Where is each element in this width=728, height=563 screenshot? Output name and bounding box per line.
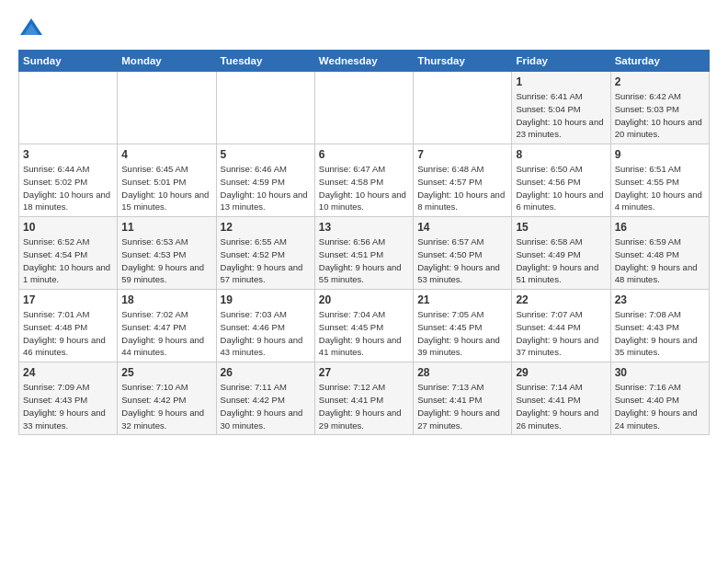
day-number: 1 [516, 75, 606, 88]
day-info: Sunrise: 7:12 AM Sunset: 4:41 PM Dayligh… [319, 381, 409, 431]
day-info: Sunrise: 6:42 AM Sunset: 5:03 PM Dayligh… [615, 90, 705, 141]
day-info: Sunrise: 7:03 AM Sunset: 4:46 PM Dayligh… [221, 308, 311, 359]
day-number: 11 [121, 221, 211, 234]
calendar-cell: 26Sunrise: 7:11 AM Sunset: 4:42 PM Dayli… [216, 362, 314, 435]
header [18, 15, 710, 40]
day-info: Sunrise: 6:45 AM Sunset: 5:01 PM Dayligh… [121, 163, 211, 213]
day-info: Sunrise: 6:55 AM Sunset: 4:52 PM Dayligh… [221, 236, 311, 286]
day-info: Sunrise: 7:02 AM Sunset: 4:47 PM Dayligh… [121, 308, 211, 359]
calendar-week-4: 17Sunrise: 7:01 AM Sunset: 4:48 PM Dayli… [19, 290, 710, 362]
day-info: Sunrise: 6:52 AM Sunset: 4:54 PM Dayligh… [23, 236, 113, 286]
day-number: 19 [221, 293, 311, 306]
day-info: Sunrise: 7:05 AM Sunset: 4:45 PM Dayligh… [417, 308, 507, 359]
calendar-cell: 21Sunrise: 7:05 AM Sunset: 4:45 PM Dayli… [414, 290, 512, 362]
day-info: Sunrise: 7:04 AM Sunset: 4:45 PM Dayligh… [319, 308, 409, 359]
calendar-cell [414, 72, 512, 144]
day-number: 23 [615, 293, 705, 306]
calendar-cell [118, 72, 216, 144]
day-number: 15 [516, 221, 606, 234]
day-info: Sunrise: 6:59 AM Sunset: 4:48 PM Dayligh… [615, 236, 705, 286]
day-number: 4 [121, 148, 211, 161]
day-info: Sunrise: 7:13 AM Sunset: 4:41 PM Dayligh… [417, 381, 507, 431]
calendar-table: SundayMondayTuesdayWednesdayThursdayFrid… [18, 50, 710, 435]
day-number: 6 [319, 148, 409, 161]
day-number: 2 [615, 75, 705, 88]
col-header-thursday: Thursday [414, 51, 512, 72]
day-number: 21 [417, 293, 507, 306]
day-number: 3 [23, 148, 113, 161]
calendar-cell [314, 72, 413, 144]
day-info: Sunrise: 7:08 AM Sunset: 4:43 PM Dayligh… [615, 308, 705, 359]
day-info: Sunrise: 6:53 AM Sunset: 4:53 PM Dayligh… [121, 236, 211, 286]
calendar-cell: 7Sunrise: 6:48 AM Sunset: 4:57 PM Daylig… [414, 144, 512, 217]
calendar-cell: 19Sunrise: 7:03 AM Sunset: 4:46 PM Dayli… [216, 290, 314, 362]
day-info: Sunrise: 6:44 AM Sunset: 5:02 PM Dayligh… [23, 163, 113, 213]
day-info: Sunrise: 7:14 AM Sunset: 4:41 PM Dayligh… [516, 381, 606, 431]
calendar-cell: 29Sunrise: 7:14 AM Sunset: 4:41 PM Dayli… [512, 362, 610, 435]
day-number: 12 [221, 221, 311, 234]
day-info: Sunrise: 6:47 AM Sunset: 4:58 PM Dayligh… [319, 163, 409, 213]
calendar-cell: 14Sunrise: 6:57 AM Sunset: 4:50 PM Dayli… [414, 217, 512, 290]
page: SundayMondayTuesdayWednesdayThursdayFrid… [0, 0, 728, 444]
day-number: 14 [417, 221, 507, 234]
day-info: Sunrise: 7:16 AM Sunset: 4:40 PM Dayligh… [615, 381, 705, 431]
calendar-cell: 22Sunrise: 7:07 AM Sunset: 4:44 PM Dayli… [512, 290, 610, 362]
calendar-cell: 8Sunrise: 6:50 AM Sunset: 4:56 PM Daylig… [512, 144, 610, 217]
day-number: 22 [516, 293, 606, 306]
day-info: Sunrise: 7:11 AM Sunset: 4:42 PM Dayligh… [221, 381, 311, 431]
calendar-cell: 28Sunrise: 7:13 AM Sunset: 4:41 PM Dayli… [414, 362, 512, 435]
calendar-week-2: 3Sunrise: 6:44 AM Sunset: 5:02 PM Daylig… [19, 144, 710, 217]
calendar-cell: 25Sunrise: 7:10 AM Sunset: 4:42 PM Dayli… [118, 362, 216, 435]
col-header-wednesday: Wednesday [314, 51, 413, 72]
calendar-cell: 18Sunrise: 7:02 AM Sunset: 4:47 PM Dayli… [118, 290, 216, 362]
calendar-cell: 15Sunrise: 6:58 AM Sunset: 4:49 PM Dayli… [512, 217, 610, 290]
calendar-cell [216, 72, 314, 144]
calendar-cell: 17Sunrise: 7:01 AM Sunset: 4:48 PM Dayli… [19, 290, 118, 362]
calendar-cell: 30Sunrise: 7:16 AM Sunset: 4:40 PM Dayli… [610, 362, 709, 435]
day-number: 28 [417, 366, 507, 379]
calendar-header-row: SundayMondayTuesdayWednesdayThursdayFrid… [19, 51, 710, 72]
day-info: Sunrise: 6:46 AM Sunset: 4:59 PM Dayligh… [221, 163, 311, 213]
day-info: Sunrise: 6:57 AM Sunset: 4:50 PM Dayligh… [417, 236, 507, 286]
day-number: 9 [615, 148, 705, 161]
day-number: 24 [23, 366, 113, 379]
day-number: 18 [121, 293, 211, 306]
day-number: 5 [221, 148, 311, 161]
calendar-cell: 6Sunrise: 6:47 AM Sunset: 4:58 PM Daylig… [314, 144, 413, 217]
calendar-cell: 11Sunrise: 6:53 AM Sunset: 4:53 PM Dayli… [118, 217, 216, 290]
calendar-cell: 9Sunrise: 6:51 AM Sunset: 4:55 PM Daylig… [610, 144, 709, 217]
calendar-cell: 5Sunrise: 6:46 AM Sunset: 4:59 PM Daylig… [216, 144, 314, 217]
day-info: Sunrise: 6:50 AM Sunset: 4:56 PM Dayligh… [516, 163, 606, 213]
day-number: 30 [615, 366, 705, 379]
calendar-cell: 20Sunrise: 7:04 AM Sunset: 4:45 PM Dayli… [314, 290, 413, 362]
logo [18, 15, 48, 40]
calendar-week-1: 1Sunrise: 6:41 AM Sunset: 5:04 PM Daylig… [19, 72, 710, 144]
day-number: 27 [319, 366, 409, 379]
day-number: 8 [516, 148, 606, 161]
col-header-tuesday: Tuesday [216, 51, 314, 72]
calendar-cell: 2Sunrise: 6:42 AM Sunset: 5:03 PM Daylig… [610, 72, 709, 144]
calendar-cell: 10Sunrise: 6:52 AM Sunset: 4:54 PM Dayli… [19, 217, 118, 290]
col-header-friday: Friday [512, 51, 610, 72]
day-number: 20 [319, 293, 409, 306]
calendar-cell: 1Sunrise: 6:41 AM Sunset: 5:04 PM Daylig… [512, 72, 610, 144]
day-info: Sunrise: 6:48 AM Sunset: 4:57 PM Dayligh… [417, 163, 507, 213]
day-number: 7 [417, 148, 507, 161]
day-number: 25 [121, 366, 211, 379]
col-header-sunday: Sunday [19, 51, 118, 72]
day-info: Sunrise: 7:10 AM Sunset: 4:42 PM Dayligh… [121, 381, 211, 431]
day-number: 16 [615, 221, 705, 234]
day-info: Sunrise: 7:07 AM Sunset: 4:44 PM Dayligh… [516, 308, 606, 359]
calendar-cell: 23Sunrise: 7:08 AM Sunset: 4:43 PM Dayli… [610, 290, 709, 362]
day-info: Sunrise: 6:41 AM Sunset: 5:04 PM Dayligh… [516, 90, 606, 141]
day-info: Sunrise: 6:58 AM Sunset: 4:49 PM Dayligh… [516, 236, 606, 286]
day-number: 26 [221, 366, 311, 379]
day-number: 17 [23, 293, 113, 306]
day-number: 10 [23, 221, 113, 234]
calendar-week-3: 10Sunrise: 6:52 AM Sunset: 4:54 PM Dayli… [19, 217, 710, 290]
day-number: 13 [319, 221, 409, 234]
calendar-cell: 13Sunrise: 6:56 AM Sunset: 4:51 PM Dayli… [314, 217, 413, 290]
calendar-cell: 16Sunrise: 6:59 AM Sunset: 4:48 PM Dayli… [610, 217, 709, 290]
calendar-cell: 3Sunrise: 6:44 AM Sunset: 5:02 PM Daylig… [19, 144, 118, 217]
day-number: 29 [516, 366, 606, 379]
